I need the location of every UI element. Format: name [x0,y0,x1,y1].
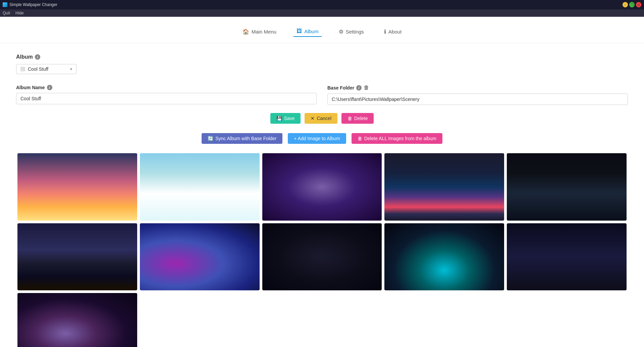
gallery-item[interactable] [140,223,260,291]
add-label: + Add Image to Album [294,136,340,141]
menu-bar: Quit Hide [0,9,644,17]
app-icon [3,2,7,7]
nav-about[interactable]: ℹ About [381,26,405,37]
title-bar-controls: − ❐ ✕ [623,2,641,7]
album-name-info-icon[interactable]: i [47,85,52,90]
save-button[interactable]: 💾 Save [270,113,301,124]
album-name-label-text: Album Name [16,85,45,90]
gallery-item[interactable] [507,223,627,291]
album-dropdown-thumb [20,67,25,71]
home-icon: 🏠 [243,28,249,35]
album-dropdown[interactable]: Cool Stuff ▾ [16,64,76,74]
add-image-button[interactable]: + Add Image to Album [288,133,346,144]
minimize-button[interactable]: − [623,2,628,7]
gallery-item[interactable] [384,223,504,291]
title-bar-left: Simple Wallpaper Changer [3,2,57,7]
delete-all-label: Delete ALL Images from the album [364,136,436,141]
nav-album[interactable]: 🖼 Album [293,26,322,37]
sync-icon: 🔄 [208,136,213,141]
album-name-label: Album Name i [16,85,317,90]
nav-main-menu[interactable]: 🏠 Main Menu [239,26,280,37]
album-info-icon[interactable]: i [35,54,40,60]
gallery-item[interactable] [262,153,382,221]
form-row: Album Name i Base Folder i 🗑 [16,85,628,105]
restore-button[interactable]: ❐ [629,2,635,7]
save-label: Save [284,116,295,121]
main-content: Album i Cool Stuff ▾ Album Name i Base F… [0,43,644,347]
nav-settings[interactable]: ⚙ Settings [335,26,367,37]
sync-button[interactable]: 🔄 Sync Album with Base Folder [202,133,282,144]
nav-about-label: About [388,29,401,35]
nav-main-menu-label: Main Menu [252,29,276,35]
cancel-label: Cancel [317,116,331,121]
gallery-item[interactable] [17,223,137,291]
settings-icon: ⚙ [339,28,343,35]
gallery-item[interactable] [17,153,137,221]
cancel-icon: ✕ [311,116,315,121]
title-bar: Simple Wallpaper Changer − ❐ ✕ [0,0,644,9]
delete-label: Delete [354,116,368,121]
album-name-input[interactable] [16,93,317,104]
cancel-button[interactable]: ✕ Cancel [305,113,337,124]
base-folder-input[interactable] [327,94,628,105]
nav-bar: 🏠 Main Menu 🖼 Album ⚙ Settings ℹ About [0,17,644,43]
chevron-down-icon: ▾ [70,67,72,71]
album-icon: 🖼 [297,28,302,34]
nav-settings-label: Settings [346,29,364,35]
album-label-text: Album [16,54,33,60]
app-title: Simple Wallpaper Changer [9,2,57,7]
base-folder-label: Base Folder i 🗑 [327,85,628,91]
delete-all-button[interactable]: 🗑 Delete ALL Images from the album [352,133,442,144]
base-folder-info-icon[interactable]: i [356,85,362,91]
save-icon: 💾 [276,116,282,121]
gallery-item[interactable] [507,153,627,221]
gallery [16,153,628,347]
action-row: 🔄 Sync Album with Base Folder + Add Imag… [16,133,628,144]
sync-label: Sync Album with Base Folder [215,136,276,141]
gallery-item[interactable] [140,153,260,221]
gallery-item[interactable] [384,153,504,221]
buttons-row: 💾 Save ✕ Cancel 🗑 Delete [16,113,628,124]
base-folder-label-text: Base Folder [327,85,354,91]
close-button[interactable]: ✕ [636,2,641,7]
gallery-item[interactable] [262,223,382,291]
delete-icon: 🗑 [347,116,352,121]
delete-button[interactable]: 🗑 Delete [341,113,374,124]
delete-all-icon: 🗑 [358,136,362,141]
album-dropdown-text: Cool Stuff [28,66,67,72]
base-folder-trash-icon[interactable]: 🗑 [364,85,369,91]
menu-hide[interactable]: Hide [15,11,24,15]
menu-quit[interactable]: Quit [3,11,10,15]
gallery-item[interactable] [17,293,137,347]
info-icon: ℹ [384,28,386,35]
album-name-group: Album Name i [16,85,317,105]
album-section-label: Album i [16,54,628,60]
base-folder-group: Base Folder i 🗑 [327,85,628,105]
nav-album-label: Album [304,28,319,34]
